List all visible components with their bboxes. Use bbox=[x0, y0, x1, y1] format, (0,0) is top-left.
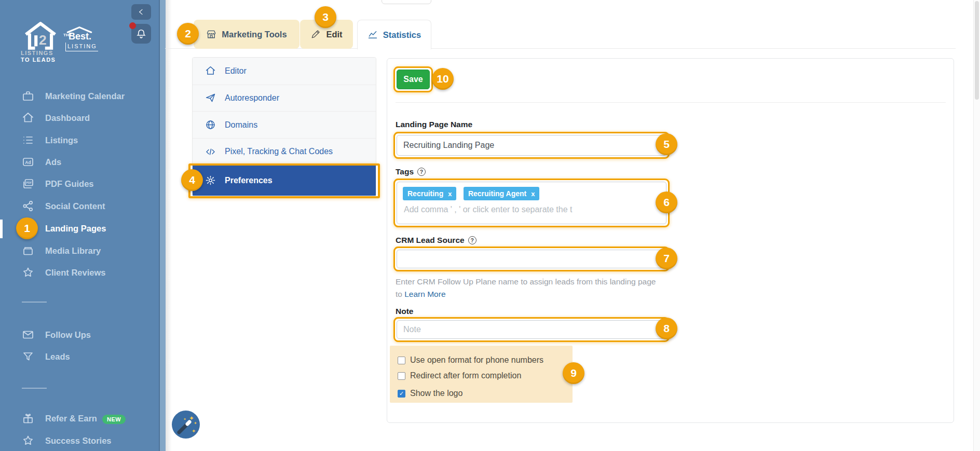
form-divider bbox=[396, 102, 946, 103]
crm-helper-text: Enter CRM Follow Up Plane name to assign… bbox=[396, 276, 707, 300]
code-icon bbox=[205, 146, 216, 157]
remove-tag-icon[interactable]: x bbox=[531, 190, 535, 198]
sidebar-item-ads[interactable]: Ad Ads bbox=[0, 154, 159, 170]
landing-page-submenu: Editor Autoresponder Domains Pixel, Trac… bbox=[192, 57, 376, 196]
home-icon bbox=[205, 65, 216, 76]
notifications-button[interactable] bbox=[131, 24, 151, 44]
tags-input-area[interactable]: Recruiting x Recruiting Agent x bbox=[397, 182, 666, 224]
share-icon bbox=[22, 200, 34, 212]
svg-text:Ad: Ad bbox=[25, 160, 31, 165]
sidebar-divider bbox=[22, 388, 47, 389]
tags-input[interactable] bbox=[403, 205, 647, 214]
sidebar-item-client-reviews[interactable]: Client Reviews bbox=[0, 265, 159, 280]
logo-text-line1: LISTINGS bbox=[21, 50, 53, 56]
help-icon[interactable]: ? bbox=[468, 236, 477, 244]
sidebar-item-pdf-guides[interactable]: PDF PDF Guides bbox=[0, 176, 159, 192]
annotation-outline-crm bbox=[393, 247, 670, 271]
app-window: 2 LISTINGS TO LEADS THE Best. LISTING Ma… bbox=[0, 0, 980, 451]
globe-icon bbox=[205, 119, 216, 130]
tags-label: Tags? bbox=[396, 167, 426, 176]
annotation-badge-10: 10 bbox=[432, 68, 454, 90]
checkbox-open-format-phone[interactable]: Use open format for phone numbers bbox=[398, 352, 573, 368]
sidebar-item-success-stories[interactable]: Success Stories bbox=[0, 433, 159, 448]
crm-lead-source-input[interactable] bbox=[397, 250, 666, 268]
sidebar-collapse-button[interactable] bbox=[131, 4, 151, 20]
cutoff-element bbox=[382, 0, 431, 4]
storefront-icon bbox=[206, 29, 216, 39]
sidebar-item-marketing-calendar[interactable]: Marketing Calendar bbox=[0, 88, 159, 104]
sidebar-item-follow-ups[interactable]: Follow Ups bbox=[0, 327, 159, 343]
tab-statistics[interactable]: Statistics bbox=[357, 20, 431, 49]
help-icon[interactable]: ? bbox=[417, 168, 426, 176]
bell-icon bbox=[135, 28, 147, 39]
the-best-listing-logo: THE Best. LISTING bbox=[62, 26, 99, 57]
remove-tag-icon[interactable]: x bbox=[448, 190, 452, 198]
star-icon bbox=[22, 266, 34, 279]
submenu-item-editor[interactable]: Editor bbox=[193, 58, 376, 85]
learn-more-link[interactable]: Learn More bbox=[404, 290, 445, 298]
sidebar-item-social-content[interactable]: Social Content bbox=[0, 198, 159, 214]
submenu-item-preferences[interactable]: Preferences bbox=[193, 165, 376, 196]
home-icon bbox=[22, 112, 34, 124]
gear-icon bbox=[205, 175, 216, 186]
listings-to-leads-logo: 2 bbox=[22, 21, 59, 51]
chevron-left-icon bbox=[137, 8, 145, 16]
annotation-badge-8: 8 bbox=[656, 318, 677, 339]
funnel-icon bbox=[22, 350, 34, 363]
sidebar-item-refer-earn[interactable]: Refer & EarnNEW bbox=[0, 411, 159, 427]
landing-page-name-input[interactable] bbox=[397, 135, 666, 156]
gift-icon bbox=[22, 413, 34, 425]
chart-icon bbox=[367, 30, 378, 40]
logo-text-line2: TO LEADS bbox=[21, 57, 56, 63]
submenu-item-domains[interactable]: Domains bbox=[193, 112, 376, 139]
annotation-badge-4: 4 bbox=[181, 169, 203, 191]
annotation-outline-note bbox=[393, 317, 670, 342]
tab-marketing-tools[interactable]: Marketing Tools bbox=[194, 20, 300, 49]
checkbox-icon[interactable] bbox=[398, 357, 405, 364]
paper-plane-icon bbox=[205, 92, 216, 103]
briefcase-icon bbox=[22, 90, 34, 102]
magic-wand-button[interactable]: ✦ ✦ ✦ ✦ bbox=[172, 411, 200, 439]
pdf-icon: PDF bbox=[22, 177, 34, 190]
sidebar-item-media-library[interactable]: Media Library bbox=[0, 243, 159, 258]
annotation-outline-save: Save bbox=[393, 66, 433, 92]
checkbox-redirect-after-form[interactable]: Redirect after form completion bbox=[398, 368, 573, 384]
pencil-icon bbox=[310, 29, 321, 39]
checkbox-show-logo[interactable]: ✓ Show the logo bbox=[398, 386, 573, 401]
annotation-outline-name bbox=[393, 132, 670, 159]
annotation-outline-tags: Recruiting x Recruiting Agent x bbox=[393, 179, 670, 227]
sidebar-item-listings[interactable]: Listings bbox=[0, 132, 159, 148]
submenu-item-autoresponder[interactable]: Autoresponder bbox=[193, 85, 376, 112]
landing-page-name-label: Landing Page Name bbox=[396, 120, 472, 129]
submenu-item-pixel-tracking[interactable]: Pixel, Tracking & Chat Codes bbox=[193, 139, 376, 166]
crm-lead-source-label: CRM Lead Source? bbox=[396, 236, 477, 245]
save-button[interactable]: Save bbox=[397, 70, 430, 89]
checkbox-checked-icon[interactable]: ✓ bbox=[398, 390, 405, 398]
annotation-badge-5: 5 bbox=[656, 133, 677, 155]
tag-chip: Recruiting Agent x bbox=[464, 187, 540, 200]
star-icon bbox=[22, 434, 34, 447]
window-scrollbar-thumb[interactable] bbox=[975, 1, 979, 100]
envelope-icon bbox=[22, 329, 34, 341]
annotation-badge-7: 7 bbox=[656, 248, 677, 269]
new-badge: NEW bbox=[102, 415, 126, 424]
sidebar-item-dashboard[interactable]: Dashboard bbox=[0, 110, 159, 126]
tag-chip: Recruiting x bbox=[403, 187, 456, 200]
checkbox-icon[interactable] bbox=[398, 372, 405, 380]
list-icon bbox=[22, 134, 34, 146]
annotation-badge-1: 1 bbox=[16, 217, 38, 239]
note-label: Note bbox=[396, 307, 413, 316]
annotation-badge-2: 2 bbox=[177, 23, 199, 45]
annotation-badge-3: 3 bbox=[315, 6, 336, 28]
sidebar-scrollbar[interactable] bbox=[159, 0, 166, 451]
svg-text:PDF: PDF bbox=[26, 181, 32, 184]
sidebar-item-leads[interactable]: Leads bbox=[0, 349, 159, 364]
svg-text:2: 2 bbox=[39, 32, 47, 48]
magic-wand-icon: ✦ ✦ ✦ ✦ bbox=[172, 411, 200, 439]
note-input[interactable] bbox=[397, 320, 666, 339]
annotation-badge-6: 6 bbox=[656, 192, 677, 213]
archive-icon bbox=[22, 244, 34, 257]
active-item-indicator bbox=[0, 220, 3, 238]
sidebar-divider bbox=[22, 302, 47, 303]
options-highlight: Use open format for phone numbers Redire… bbox=[390, 346, 573, 403]
